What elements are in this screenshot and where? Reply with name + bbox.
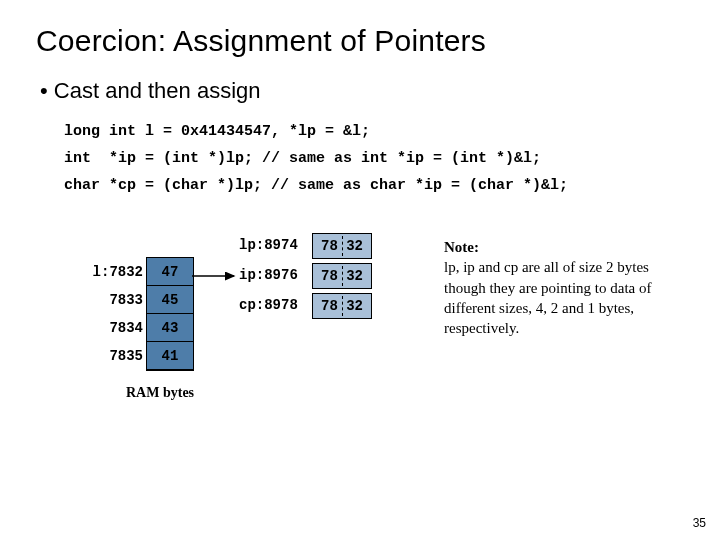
note-heading: Note: — [444, 239, 479, 255]
mem-addr: 7834 — [109, 320, 143, 336]
mem-cell: 41 — [147, 342, 193, 370]
slide-number: 35 — [693, 516, 706, 530]
ptr-label-ip: ip:8976 — [239, 267, 298, 283]
memory-diagram: 47 45 43 41 l:7832 7833 7834 7835 RAM by… — [64, 233, 684, 453]
mem-addr: l:7832 — [93, 264, 143, 280]
mem-cell: 45 — [147, 286, 193, 314]
code-line-1: long int l = 0x41434547, *lp = &l; — [64, 123, 370, 140]
byte-divider — [342, 236, 343, 256]
code-block: long int l = 0x41434547, *lp = &l; int *… — [64, 118, 684, 199]
ptr-label-lp: lp:8974 — [239, 237, 298, 253]
slide-title: Coercion: Assignment of Pointers — [36, 24, 684, 58]
ram-label: RAM bytes — [126, 385, 194, 401]
code-line-2: int *ip = (int *)lp; // same as int *ip … — [64, 150, 541, 167]
note-body: lp, ip and cp are all of size 2 bytes th… — [444, 259, 651, 336]
ptr-cell-lp: 78 32 — [312, 233, 372, 259]
ptr-cell-ip: 78 32 — [312, 263, 372, 289]
bullet-point: • Cast and then assign — [40, 78, 684, 104]
ptr-label-cp: cp:8978 — [239, 297, 298, 313]
byte-divider — [342, 296, 343, 316]
mem-addr: 7835 — [109, 348, 143, 364]
note-box: Note: lp, ip and cp are all of size 2 by… — [444, 237, 694, 338]
ptr-cell-cp: 78 32 — [312, 293, 372, 319]
mem-cell: 43 — [147, 314, 193, 342]
mem-cell: 47 — [147, 258, 193, 286]
memory-column: 47 45 43 41 l:7832 7833 7834 7835 — [146, 257, 194, 371]
mem-addr: 7833 — [109, 292, 143, 308]
code-line-3: char *cp = (char *)lp; // same as char *… — [64, 177, 568, 194]
byte-divider — [342, 266, 343, 286]
